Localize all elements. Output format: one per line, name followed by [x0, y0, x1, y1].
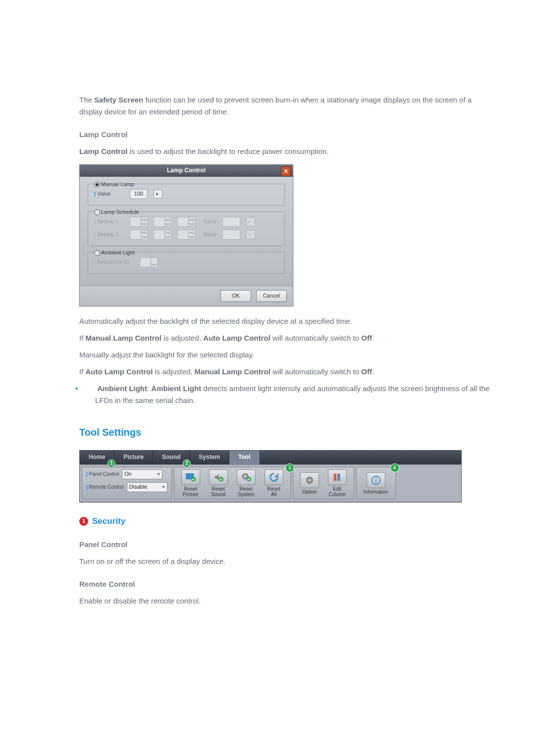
setting2-row: Setting 2 Value	[94, 230, 278, 240]
dropdown-value: Disable	[129, 483, 148, 492]
auto-to-off-text: If Auto Lamp Control is adjusted, Manual…	[79, 366, 490, 378]
edit-column-button[interactable]: EditColumn	[325, 469, 350, 497]
tab-label: Sound	[162, 453, 180, 462]
off-term: Off	[361, 367, 372, 376]
panel-control-subhead: Panel Control	[79, 539, 490, 551]
setting1-row: Setting 1 Value	[94, 217, 278, 227]
tool-toolbar: Home 1 Picture Sound 2 System Tool Panel…	[79, 450, 462, 503]
reset-picture-button[interactable]: ResetPicture	[178, 469, 203, 497]
security-group: Panel Control On Remote Control Disable	[82, 467, 172, 500]
reference-id-dropdown	[140, 257, 158, 267]
svg-rect-9	[337, 474, 340, 481]
manual-lamp-control-term: Manual Lamp Control	[86, 334, 161, 342]
spinner	[130, 230, 148, 240]
tab-picture[interactable]: Picture	[114, 451, 153, 464]
panel-control-dropdown[interactable]: On	[122, 469, 162, 479]
lamp-control-term: Lamp Control	[79, 147, 128, 155]
reset-all-button[interactable]: ResetAll	[262, 469, 286, 497]
tab-bar: Home 1 Picture Sound 2 System Tool	[80, 451, 461, 464]
chevron-down-icon	[162, 486, 165, 488]
manual-lamp-control-term: Manual Lamp Control	[195, 367, 270, 376]
chevron-right-icon	[249, 220, 253, 223]
setting1-label: Setting 1	[94, 217, 124, 226]
lamp-schedule-radio[interactable]	[94, 209, 100, 215]
cancel-button[interactable]: Cancel	[256, 290, 287, 302]
panel-control-label: Panel Control	[86, 470, 119, 478]
remote-control-dropdown[interactable]: Disable	[127, 482, 167, 492]
tab-tool[interactable]: Tool	[229, 451, 260, 464]
spinner	[130, 217, 148, 227]
text: If	[79, 367, 86, 376]
information-button[interactable]: Information	[361, 472, 391, 495]
text: The	[79, 96, 94, 104]
option-button[interactable]: Option	[297, 472, 322, 495]
reset-picture-icon	[181, 469, 200, 485]
svg-point-4	[244, 475, 247, 478]
reset-system-icon	[237, 469, 256, 485]
auto-lamp-control-term: Auto Lamp Control	[86, 367, 153, 376]
close-icon[interactable]: x	[281, 166, 291, 176]
value-spinner[interactable]: 100	[130, 189, 148, 199]
reset-all-icon	[265, 469, 283, 485]
text: If	[79, 334, 86, 342]
tab-sound[interactable]: Sound 2	[153, 451, 190, 464]
panel-control-text: Turn on or off the screen of a display d…	[79, 555, 490, 567]
lamp-schedule-legend: Lamp Schedule	[101, 208, 139, 217]
information-label: Information	[364, 489, 388, 495]
options-group: Option EditColumn	[293, 467, 354, 500]
manual-lamp-radio[interactable]	[94, 182, 100, 188]
value-text: Value	[203, 217, 216, 226]
reset-sound-icon	[209, 469, 228, 485]
reset-sound-label: ResetSound	[211, 486, 225, 497]
text: is used to adjust the backlight to reduc…	[128, 147, 329, 155]
manual-to-off-text: If Manual Lamp Control is adjusted, Auto…	[79, 332, 490, 344]
svg-rect-12	[375, 477, 376, 478]
manual-lamp-legend: Manual Lamp	[101, 180, 134, 189]
lamp-control-dialog: Lamp Control x Manual Lamp Value 100	[79, 164, 293, 306]
reference-id-label: Reference ID	[94, 258, 134, 267]
document-page: The Safety Screen function can be used t…	[0, 0, 535, 671]
option-label: Option	[302, 489, 317, 495]
text: .	[372, 367, 374, 376]
spinner	[154, 217, 171, 227]
edit-column-icon	[328, 469, 347, 485]
spinner	[177, 230, 195, 240]
slider-button	[246, 230, 255, 239]
auto-lamp-control-term: Auto Lamp Control	[203, 334, 270, 342]
ok-button[interactable]: OK	[220, 290, 251, 302]
tab-home[interactable]: Home 1	[80, 451, 114, 464]
auto-adjust-text: Automatically adjust the backlight of th…	[79, 315, 490, 327]
lamp-control-subhead: Lamp Control	[79, 129, 490, 141]
ambient-light-term: Ambient Light	[151, 384, 201, 393]
spinner	[222, 230, 240, 240]
value-number: 100	[130, 190, 147, 199]
dropdown-value: On	[124, 470, 132, 479]
badge-4: 4	[390, 463, 399, 472]
tab-system[interactable]: System	[190, 451, 229, 464]
reset-sound-button[interactable]: ResetSound	[206, 469, 231, 497]
slider-button	[246, 217, 255, 226]
info-group: Information 4	[356, 467, 396, 500]
spinner	[154, 230, 171, 240]
reset-system-button[interactable]: ResetSystem	[234, 469, 259, 497]
chevron-down-icon	[157, 473, 160, 475]
safety-paragraph: The Safety Screen function can be used t…	[79, 94, 490, 118]
ambient-light-bullet-list: Ambient Light: Ambient Light detects amb…	[85, 383, 490, 406]
security-heading-text: Security	[92, 514, 125, 528]
value-text: Value	[203, 230, 216, 239]
value-label: Value	[94, 190, 124, 199]
safety-screen-term: Safety Screen	[94, 96, 143, 104]
ambient-light-bullet: Ambient Light: Ambient Light detects amb…	[85, 383, 490, 406]
ambient-light-legend: Ambient Light	[101, 249, 134, 257]
value-slider-button[interactable]	[154, 190, 162, 199]
dialog-title-bar: Lamp Control x	[80, 165, 293, 177]
spinner	[222, 217, 240, 227]
manual-adjust-text: Manually adjust the backlight for the se…	[79, 349, 490, 361]
spinner	[177, 217, 195, 227]
remote-control-label: Remote Control	[86, 483, 124, 491]
ambient-light-group: Ambient Light Reference ID	[88, 252, 285, 274]
ambient-light-radio[interactable]	[94, 250, 100, 256]
ambient-light-term: Ambient Light	[97, 384, 147, 393]
text: is adjusted,	[161, 334, 203, 342]
reset-all-label: ResetAll	[268, 486, 280, 497]
